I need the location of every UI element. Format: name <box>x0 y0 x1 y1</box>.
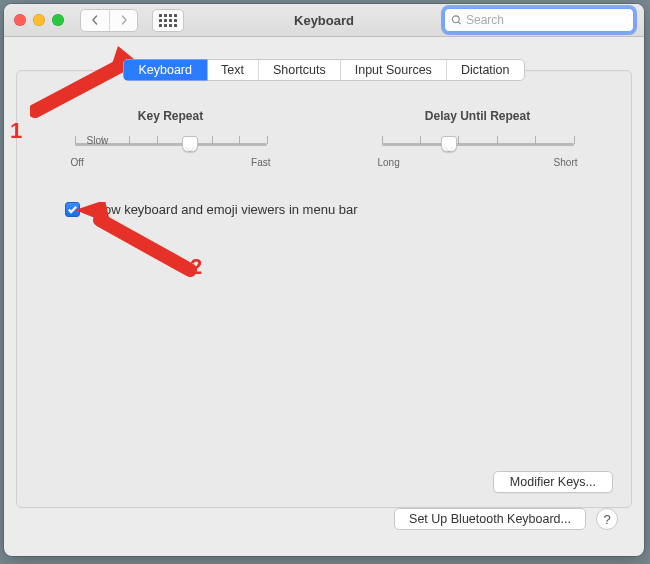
key-repeat-max-label: Fast <box>251 157 270 168</box>
setup-bluetooth-keyboard-button[interactable]: Set Up Bluetooth Keyboard... <box>394 508 586 530</box>
tab-input-sources[interactable]: Input Sources <box>341 60 447 80</box>
delay-until-repeat-label: Delay Until Repeat <box>378 109 578 123</box>
close-window-button[interactable] <box>14 14 26 26</box>
tab-text[interactable]: Text <box>207 60 259 80</box>
key-repeat-group: Key Repeat Off . Fast Slow <box>71 109 271 168</box>
tab-dictation[interactable]: Dictation <box>447 60 524 80</box>
zoom-window-button[interactable] <box>52 14 64 26</box>
search-input[interactable] <box>466 13 627 27</box>
show-viewers-checkbox-label: Show keyboard and emoji viewers in menu … <box>88 202 358 217</box>
key-repeat-slow-label: Slow <box>87 135 109 146</box>
search-field[interactable] <box>444 8 634 32</box>
keyboard-panel: Key Repeat Off . Fast Slow Delay Until R… <box>16 70 632 508</box>
modifier-keys-button[interactable]: Modifier Keys... <box>493 471 613 493</box>
nav-back-forward <box>80 9 138 32</box>
back-button[interactable] <box>81 10 109 31</box>
delay-until-repeat-slider[interactable] <box>382 133 574 155</box>
key-repeat-min-label: Off <box>71 157 84 168</box>
titlebar: Keyboard <box>4 4 644 37</box>
slider-knob[interactable] <box>441 136 457 152</box>
delay-max-label: Short <box>554 157 578 168</box>
tab-keyboard[interactable]: Keyboard <box>124 60 207 80</box>
minimize-window-button[interactable] <box>33 14 45 26</box>
tab-bar: Keyboard Text Shortcuts Input Sources Di… <box>123 59 524 81</box>
preferences-window: Keyboard Keyboard Text Shortcuts Input S… <box>4 4 644 556</box>
show-viewers-checkbox-row[interactable]: Show keyboard and emoji viewers in menu … <box>65 202 611 217</box>
sliders-row: Key Repeat Off . Fast Slow Delay Until R… <box>37 109 611 168</box>
checkbox-icon <box>65 202 80 217</box>
window-controls <box>14 14 64 26</box>
svg-point-0 <box>452 16 459 23</box>
show-all-button[interactable] <box>152 9 184 32</box>
tab-shortcuts[interactable]: Shortcuts <box>259 60 341 80</box>
panel-area: Keyboard Text Shortcuts Input Sources Di… <box>4 37 644 556</box>
search-icon <box>451 14 462 26</box>
grid-icon <box>159 14 177 27</box>
bottom-bar: Set Up Bluetooth Keyboard... ? <box>16 508 632 542</box>
forward-button[interactable] <box>109 10 137 31</box>
delay-min-label: Long <box>378 157 400 168</box>
slider-knob[interactable] <box>182 136 198 152</box>
key-repeat-label: Key Repeat <box>71 109 271 123</box>
help-button[interactable]: ? <box>596 508 618 530</box>
delay-until-repeat-group: Delay Until Repeat Long . Short <box>378 109 578 168</box>
